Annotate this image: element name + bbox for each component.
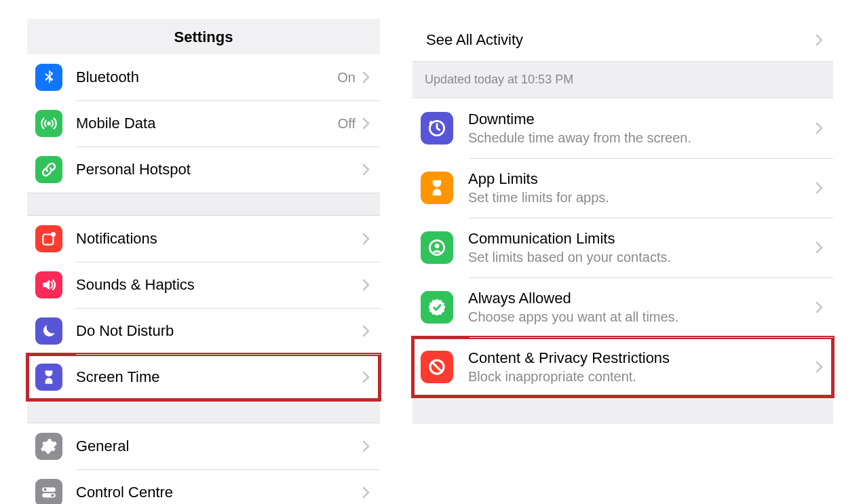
moon-icon	[35, 317, 62, 345]
settings-row-notifications[interactable]: Notifications	[27, 216, 380, 262]
row-title: Communication Limits	[468, 229, 813, 248]
row-label: Mobile Data	[76, 115, 338, 132]
chevron-right-icon	[816, 34, 824, 46]
person-circle-icon	[421, 231, 453, 264]
chevron-right-icon	[816, 241, 824, 254]
updated-caption: Updated today at 10:53 PM	[413, 61, 833, 98]
chevron-right-icon	[362, 325, 370, 337]
svg-point-4	[43, 488, 46, 491]
svg-point-0	[47, 122, 50, 124]
row-subtitle: Set time limits for apps.	[468, 189, 813, 206]
settings-header: Settings	[27, 19, 380, 54]
row-title: Downtime	[468, 110, 813, 129]
hourglass-icon	[421, 172, 453, 204]
settings-row-general[interactable]: General	[27, 423, 380, 469]
chevron-right-icon	[362, 163, 370, 176]
settings-group-notifications: Notifications Sounds & Haptics Do Not Di…	[27, 216, 380, 400]
prohibited-icon	[421, 351, 453, 383]
screen-time-options: Downtime Schedule time away from the scr…	[413, 98, 833, 397]
row-title: Content & Privacy Restrictions	[468, 349, 813, 368]
row-subtitle: Schedule time away from the screen.	[468, 130, 813, 147]
svg-point-6	[51, 494, 54, 497]
antenna-icon	[35, 110, 62, 137]
settings-group-connectivity: Bluetooth On Mobile Data Off	[27, 54, 380, 193]
row-label: Do Not Disturb	[76, 322, 360, 340]
link-icon	[35, 156, 62, 183]
speaker-icon	[35, 271, 62, 298]
row-value: On	[337, 70, 356, 85]
chevron-right-icon	[362, 117, 370, 130]
hourglass-icon	[35, 364, 62, 391]
settings-panel: Settings Bluetooth On Mobile Da	[27, 19, 380, 504]
bluetooth-icon	[35, 64, 62, 91]
chevron-right-icon	[362, 71, 370, 83]
chevron-right-icon	[816, 122, 824, 134]
settings-row-screen-time[interactable]: Screen Time	[27, 354, 380, 400]
row-label: Screen Time	[76, 368, 360, 386]
group-separator	[413, 397, 833, 424]
chevron-right-icon	[816, 301, 824, 313]
chevron-right-icon	[816, 361, 824, 373]
settings-row-do-not-disturb[interactable]: Do Not Disturb	[27, 308, 380, 354]
chevron-right-icon	[362, 486, 370, 499]
row-communication-limits[interactable]: Communication Limits Set limits based on…	[413, 218, 833, 277]
row-value: Off	[338, 116, 356, 132]
settings-row-mobile-data[interactable]: Mobile Data Off	[27, 100, 380, 147]
row-label: Notifications	[76, 230, 360, 248]
row-label: Bluetooth	[76, 69, 337, 86]
screen-time-panel: See All Activity Updated today at 10:53 …	[413, 19, 833, 424]
group-separator	[27, 400, 380, 423]
settings-row-sounds-haptics[interactable]: Sounds & Haptics	[27, 262, 380, 308]
row-always-allowed[interactable]: Always Allowed Choose apps you want at a…	[413, 277, 833, 337]
row-label: Personal Hotspot	[76, 161, 360, 178]
row-title: Always Allowed	[468, 289, 813, 308]
chevron-right-icon	[362, 233, 370, 245]
row-label: Control Centre	[76, 484, 360, 501]
settings-row-control-centre[interactable]: Control Centre	[27, 469, 380, 504]
row-app-limits[interactable]: App Limits Set time limits for apps.	[413, 158, 833, 218]
chevron-right-icon	[816, 182, 824, 194]
settings-group-general: General Control Centre	[27, 423, 380, 504]
svg-line-11	[432, 362, 442, 372]
downtime-icon	[421, 112, 453, 144]
group-separator	[27, 193, 380, 216]
check-badge-icon	[421, 291, 453, 324]
notifications-icon	[35, 225, 62, 252]
row-subtitle: Set limits based on your contacts.	[468, 249, 813, 266]
see-all-activity-row[interactable]: See All Activity	[413, 19, 833, 61]
chevron-right-icon	[362, 440, 370, 452]
row-label: See All Activity	[426, 31, 813, 49]
row-subtitle: Choose apps you want at all times.	[468, 309, 813, 326]
gear-icon	[35, 433, 62, 460]
row-downtime[interactable]: Downtime Schedule time away from the scr…	[413, 98, 833, 158]
row-subtitle: Block inappropriate content.	[468, 368, 813, 385]
row-label: Sounds & Haptics	[76, 276, 360, 294]
toggles-icon	[35, 479, 62, 504]
settings-row-personal-hotspot[interactable]: Personal Hotspot	[27, 147, 380, 193]
row-label: General	[76, 438, 360, 455]
row-title: App Limits	[468, 170, 813, 189]
chevron-right-icon	[362, 279, 370, 291]
chevron-right-icon	[362, 371, 370, 383]
svg-point-9	[435, 244, 440, 248]
svg-point-2	[51, 232, 56, 237]
row-content-privacy-restrictions[interactable]: Content & Privacy Restrictions Block ina…	[413, 337, 833, 397]
settings-row-bluetooth[interactable]: Bluetooth On	[27, 54, 380, 100]
